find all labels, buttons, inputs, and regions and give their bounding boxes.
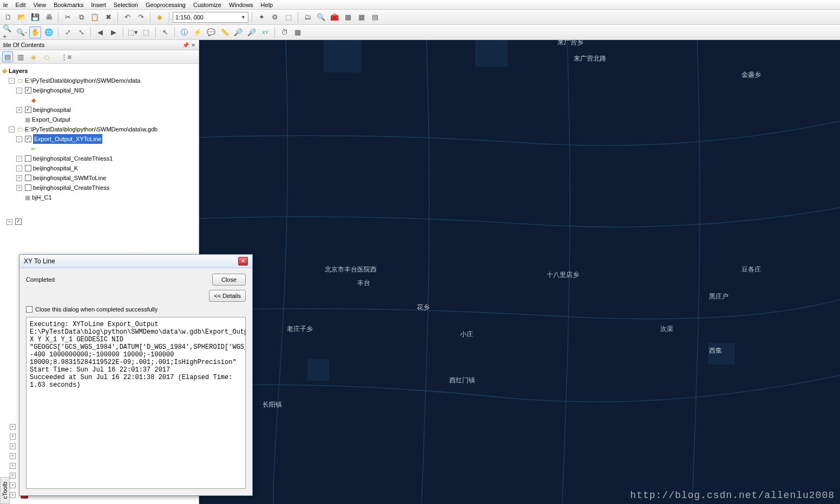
layer-checkbox[interactable] — [25, 107, 31, 113]
layer-checkbox[interactable] — [25, 175, 31, 181]
dialog-close-icon[interactable]: ✕ — [238, 257, 248, 266]
modelbuilder-icon[interactable]: ▦ — [356, 11, 368, 23]
expander-icon[interactable]: + — [10, 482, 16, 488]
layer-row[interactable]: -beijinghospital_CreateThiess1 — [1, 154, 198, 163]
layer-checkbox[interactable] — [25, 184, 31, 191]
measure-icon[interactable]: 📏 — [219, 26, 231, 38]
layer-row[interactable]: -beijinghospital_K — [1, 163, 198, 173]
expander-icon[interactable]: + — [10, 492, 16, 498]
zoom-in-icon[interactable]: 🔍+ — [2, 26, 14, 38]
expander-icon[interactable]: - — [16, 165, 22, 171]
layer-checkbox[interactable] — [25, 155, 31, 162]
expander-icon[interactable]: + — [10, 453, 16, 459]
delete-icon[interactable]: ✖ — [102, 11, 114, 23]
find-icon[interactable]: 🔎 — [232, 26, 244, 38]
copy-icon[interactable]: ⧉ — [75, 11, 87, 23]
layer-label[interactable]: E:\PyTestData\blog\python\SWMDemo\data — [25, 76, 140, 85]
layer-checkbox[interactable] — [25, 87, 31, 94]
menu-file[interactable]: le — [3, 2, 8, 8]
fixed-zoom-in-icon[interactable]: ⤢ — [62, 26, 74, 38]
options-icon[interactable]: ⋮≡ — [61, 51, 71, 62]
scale-input[interactable]: 1:150, 000 ▼ — [173, 12, 248, 23]
expander-icon[interactable]: + — [16, 185, 22, 191]
paste-icon[interactable]: 📋 — [89, 11, 101, 23]
menu-edit[interactable]: Edit — [16, 2, 26, 8]
menu-view[interactable]: View — [34, 2, 47, 8]
layer-row[interactable]: -🗀E:\PyTestData\blog\python\SWMDemo\data… — [1, 124, 198, 134]
dialog-log[interactable]: Executing: XYToLine Export_Output E:\PyT… — [26, 317, 246, 489]
layer-label[interactable]: beijinghospital_K — [33, 163, 78, 173]
layer-row[interactable]: +beijinghospital_SWMToLine — [1, 173, 198, 183]
layer-label[interactable]: beijinghospital_SWMToLine — [33, 173, 106, 183]
layer-label[interactable]: beijinghospital — [33, 105, 71, 115]
expander-icon[interactable]: + — [10, 443, 16, 449]
layer-checkbox[interactable] — [15, 218, 22, 225]
layer-row[interactable]: -beijinghospital_NID — [1, 85, 198, 95]
select-elements-icon[interactable]: ↖ — [159, 26, 171, 38]
expander-icon[interactable]: + — [6, 219, 12, 225]
expander-icon[interactable]: + — [10, 434, 16, 440]
checkbox-icon[interactable] — [26, 306, 32, 313]
expander-icon[interactable]: - — [16, 156, 22, 162]
full-extent-icon[interactable]: 🌐 — [43, 26, 55, 38]
menu-geoprocessing[interactable]: Geoprocessing — [146, 2, 186, 8]
list-by-visibility-icon[interactable]: ◈ — [28, 51, 39, 62]
list-by-source-icon[interactable]: ▥ — [15, 51, 26, 62]
layer-checkbox[interactable] — [25, 165, 31, 171]
toolbar-icon[interactable]: ⬚ — [283, 11, 294, 23]
find-route-icon[interactable]: 🔎 — [246, 26, 258, 38]
layer-label[interactable]: Export_Output — [32, 115, 70, 124]
layer-label[interactable]: Export_Output_XYToLine — [33, 134, 102, 144]
menu-help[interactable]: Help — [261, 2, 273, 8]
layer-label[interactable]: beijinghospital_CreateThiess — [33, 183, 109, 193]
menu-insert[interactable]: Insert — [91, 2, 106, 8]
html-popup-icon[interactable]: 💬 — [205, 26, 217, 38]
layer-label[interactable]: beijinghospital_CreateThiess1 — [33, 154, 113, 163]
expander-icon[interactable]: - — [16, 136, 22, 142]
expander-icon[interactable]: + — [16, 107, 22, 113]
identify-icon[interactable]: ⓘ — [178, 26, 190, 38]
map-view[interactable]: 东小口镇贺村京平高速北彩来广营乡来广营北路金盏乡北京市丰台医院西丰台十八里店乡黑… — [199, 40, 840, 504]
hyperlink-icon[interactable]: ⚡ — [192, 26, 204, 38]
save-icon[interactable]: 💾 — [29, 11, 41, 23]
results-icon[interactable]: ▤ — [369, 11, 381, 23]
forward-extent-icon[interactable]: ▶ — [108, 26, 120, 38]
layer-label[interactable]: bjH_C1 — [32, 193, 52, 202]
goto-xy-icon[interactable]: XY — [259, 26, 271, 38]
fixed-zoom-out-icon[interactable]: ⤡ — [75, 26, 87, 38]
catalog-icon[interactable]: 🗂 — [301, 11, 313, 23]
menu-windows[interactable]: Windows — [229, 2, 253, 8]
autoclose-checkbox[interactable]: Close this dialog when completed success… — [26, 306, 246, 313]
new-icon[interactable]: 🗋 — [2, 11, 14, 23]
details-button[interactable]: << Details — [209, 290, 246, 302]
list-by-selection-icon[interactable]: ◇ — [41, 51, 52, 62]
zoom-out-icon[interactable]: 🔍- — [16, 26, 28, 38]
cut-icon[interactable]: ✂ — [62, 11, 74, 23]
menu-selection[interactable]: Selection — [114, 2, 138, 8]
layer-row[interactable]: -🗀E:\PyTestData\blog\python\SWMDemo\data — [1, 76, 198, 85]
close-panel-icon[interactable]: ✕ — [191, 42, 195, 48]
list-by-drawing-order-icon[interactable]: ▤ — [2, 51, 13, 62]
layer-row[interactable]: -Export_Output_XYToLine — [1, 134, 198, 144]
layer-label[interactable]: E:\PyTestData\blog\python\SWMDemo\data\w… — [25, 124, 158, 134]
layer-row[interactable]: ▦bjH_C1 — [1, 193, 198, 202]
add-data-icon[interactable]: ◆ — [154, 11, 166, 23]
menu-bookmarks[interactable]: Bookmarks — [54, 2, 83, 8]
viewer-icon[interactable]: ▦ — [292, 26, 304, 38]
expander-icon[interactable]: - — [16, 88, 22, 94]
print-icon[interactable]: 🖶 — [43, 11, 55, 23]
layer-row[interactable]: ▦Export_Output — [1, 115, 198, 124]
python-icon[interactable]: ▦ — [342, 11, 354, 23]
pin-icon[interactable]: 📌 — [182, 42, 189, 48]
expander-icon[interactable]: + — [10, 473, 16, 479]
clear-selection-icon[interactable]: ⬚ — [140, 26, 152, 38]
expander-icon[interactable]: - — [9, 127, 15, 132]
toolbar-icon[interactable]: ⚙ — [269, 11, 281, 23]
search-icon[interactable]: 🔍 — [315, 11, 327, 23]
close-button[interactable]: Close — [212, 274, 246, 286]
undo-icon[interactable]: ↶ — [121, 11, 133, 23]
layer-row[interactable]: +beijinghospital — [1, 105, 198, 115]
layer-checkbox[interactable] — [25, 136, 31, 142]
expander-icon[interactable]: + — [16, 175, 22, 181]
time-slider-icon[interactable]: ⏱ — [278, 26, 290, 38]
